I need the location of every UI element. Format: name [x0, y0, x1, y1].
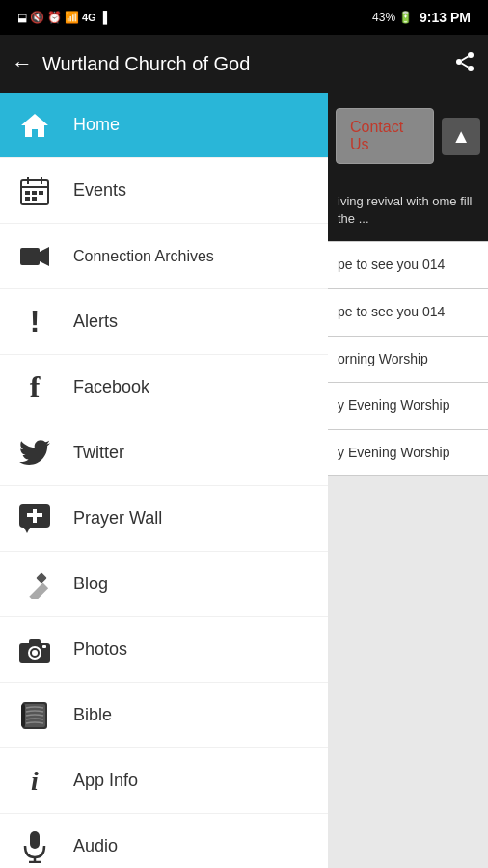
sidebar-item-alerts-label: Alerts	[73, 312, 118, 332]
svg-point-0	[468, 52, 474, 58]
signal-icon: ▐	[99, 11, 108, 24]
bible-icon	[15, 700, 54, 731]
status-icons-right: 43% 🔋 9:13 PM	[372, 10, 471, 25]
feed-item-evening-worship-2: y Evening Worship	[328, 430, 488, 477]
sidebar-item-prayer-wall[interactable]: Prayer Wall	[0, 486, 328, 552]
sidebar-item-events[interactable]: Events	[0, 158, 328, 224]
svg-marker-5	[21, 114, 48, 137]
sidebar-item-events-label: Events	[73, 180, 126, 201]
sidebar-item-archives-label: Connection Archives	[73, 248, 214, 265]
svg-point-2	[468, 66, 474, 71]
twitter-icon	[15, 440, 54, 467]
sidebar-item-audio[interactable]: Audio	[0, 814, 328, 868]
feed-item-morning-worship: orning Worship	[328, 337, 488, 384]
info-icon: i	[15, 766, 54, 797]
mute-icon: 🔇	[30, 11, 44, 24]
sidebar: Home Events	[0, 93, 328, 868]
sidebar-item-twitter[interactable]: Twitter	[0, 420, 328, 486]
svg-rect-21	[29, 583, 48, 598]
sidebar-item-home[interactable]: Home	[0, 93, 328, 158]
sidebar-item-photos-label: Photos	[73, 639, 127, 660]
battery-percent: 43%	[372, 11, 395, 24]
prayer-wall-icon	[15, 503, 54, 534]
svg-marker-22	[21, 593, 26, 598]
page-title: Wurtland Church of God	[42, 53, 444, 75]
svg-rect-28	[42, 645, 46, 648]
bluetooth-icon: ⬓	[17, 12, 27, 24]
svg-marker-16	[40, 247, 49, 266]
exclamation-icon: !	[15, 304, 54, 339]
svg-rect-12	[39, 191, 43, 195]
feed-item-revival: iving revival with ome fill the ...	[328, 179, 488, 242]
contact-us-button[interactable]: Contact Us	[336, 108, 434, 164]
sidebar-item-audio-label: Audio	[73, 836, 118, 856]
right-panel: Contact Us ▲ iving revival with ome fill…	[328, 93, 488, 868]
alarm-icon: ⏰	[47, 11, 62, 24]
feed-item-evening-worship-1: y Evening Worship	[328, 383, 488, 430]
sidebar-item-facebook-label: Facebook	[73, 377, 149, 397]
sidebar-item-photos[interactable]: Photos	[0, 617, 328, 683]
status-bar: ⬓ 🔇 ⏰ 📶 4G ▐ 43% 🔋 9:13 PM	[0, 0, 488, 35]
sidebar-item-blog[interactable]: Blog	[0, 552, 328, 617]
sidebar-item-twitter-label: Twitter	[73, 443, 124, 463]
feed-item-2: pe to see you 014	[328, 289, 488, 337]
sidebar-item-bible[interactable]: Bible	[0, 683, 328, 748]
sidebar-item-alerts[interactable]: ! Alerts	[0, 289, 328, 355]
sidebar-item-connection-archives[interactable]: Connection Archives	[0, 224, 328, 289]
svg-rect-23	[36, 572, 46, 583]
wifi-icon: 📶	[65, 11, 79, 24]
svg-rect-10	[25, 191, 30, 195]
svg-rect-13	[25, 197, 30, 201]
svg-line-3	[462, 63, 469, 67]
facebook-icon: f	[15, 369, 54, 405]
svg-rect-15	[20, 248, 40, 265]
svg-rect-31	[21, 704, 25, 727]
pencil-icon	[15, 570, 54, 599]
svg-rect-32	[30, 831, 40, 849]
share-icon	[453, 50, 476, 73]
sidebar-item-app-info[interactable]: i App Info	[0, 748, 328, 814]
svg-rect-27	[29, 639, 41, 645]
status-icons-left: ⬓ 🔇 ⏰ 📶 4G ▐	[17, 11, 107, 24]
feed-item-1: pe to see you 014	[328, 242, 488, 289]
svg-point-1	[456, 59, 462, 65]
sidebar-item-bible-label: Bible	[73, 705, 112, 725]
sidebar-item-blog-label: Blog	[73, 574, 108, 594]
microphone-icon	[15, 830, 54, 863]
sidebar-item-home-label: Home	[73, 115, 120, 135]
time-display: 9:13 PM	[420, 10, 471, 25]
svg-rect-20	[27, 513, 42, 517]
battery-icon: 🔋	[398, 11, 413, 24]
sidebar-item-prayer-wall-label: Prayer Wall	[73, 508, 162, 529]
sidebar-item-facebook[interactable]: f Facebook	[0, 355, 328, 420]
home-icon	[15, 110, 54, 141]
network-icon: 4G	[82, 12, 96, 23]
camera-icon	[15, 637, 54, 664]
calendar-icon	[15, 176, 54, 205]
svg-rect-14	[32, 197, 37, 201]
main-content: Home Events	[0, 93, 488, 868]
share-button[interactable]	[453, 50, 476, 78]
svg-marker-18	[24, 528, 30, 533]
top-bar: ← Wurtland Church of God	[0, 35, 488, 93]
back-button[interactable]: ←	[12, 51, 33, 76]
video-camera-icon	[15, 244, 54, 269]
svg-rect-11	[32, 191, 37, 195]
svg-point-26	[32, 650, 38, 656]
svg-line-4	[462, 56, 469, 60]
chevron-up-icon[interactable]: ▲	[442, 118, 480, 155]
sidebar-item-app-info-label: App Info	[73, 771, 138, 791]
contact-area: Contact Us ▲	[328, 93, 488, 179]
